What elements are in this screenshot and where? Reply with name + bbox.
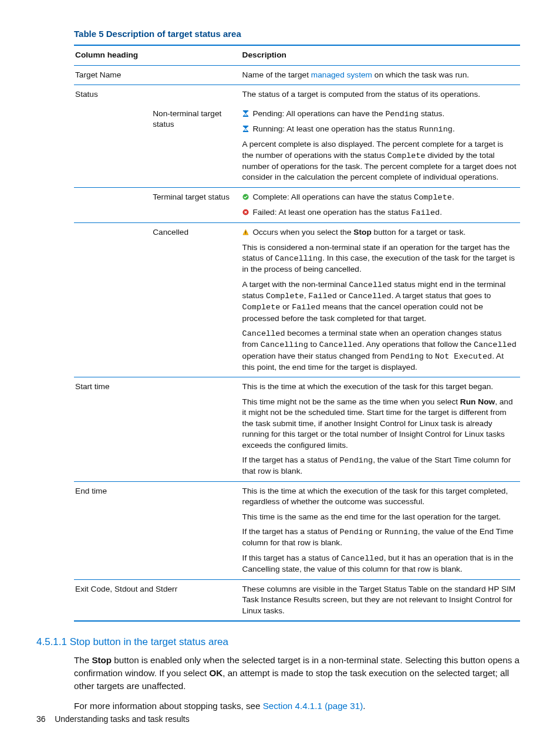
managed-system-link[interactable]: managed system — [311, 70, 372, 79]
body-paragraph: For more information about stopping task… — [74, 700, 524, 713]
row-terminal-desc: Complete: All operations can have the st… — [241, 187, 520, 222]
row-endtime-label: End time — [74, 481, 241, 579]
failed-icon — [242, 209, 249, 215]
table-header-row: Column heading Description — [74, 45, 520, 65]
row-nonterminal-label: Non-terminal target status — [151, 104, 241, 188]
pending-icon — [242, 110, 249, 117]
row-starttime-desc: This is the time at which the execution … — [241, 377, 520, 482]
table-row: Status The status of a target is compute… — [74, 85, 520, 104]
row-terminal-label: Terminal target status — [151, 187, 241, 222]
table-row: End time This is the time at which the e… — [74, 481, 520, 579]
section-link[interactable]: Section 4.4.1.1 (page 31) — [263, 701, 363, 711]
row-status-label: Status — [74, 85, 241, 104]
header-column-heading: Column heading — [74, 45, 241, 65]
table-row: Cancelled Occurs when you select the Sto… — [74, 223, 520, 377]
section-heading: 4.5.1.1 Stop button in the target status… — [36, 636, 524, 649]
complete-icon — [242, 194, 249, 200]
header-description: Description — [241, 45, 520, 65]
row-exitcode-label: Exit Code, Stdout and Stderr — [74, 579, 241, 621]
table-row: Start time This is the time at which the… — [74, 377, 520, 482]
warning-icon — [242, 229, 249, 235]
table-row: Exit Code, Stdout and Stderr These colum… — [74, 579, 520, 621]
chapter-title: Understanding tasks and task results — [55, 714, 190, 724]
body-paragraph: The Stop button is enabled only when the… — [74, 654, 524, 693]
table-row: Terminal target status Complete: All ope… — [74, 187, 520, 222]
row-exitcode-desc: These columns are visible in the Target … — [241, 579, 520, 621]
row-target-name-label: Target Name — [74, 65, 241, 85]
row-status-desc: The status of a target is computed from … — [241, 85, 520, 104]
row-cancelled-desc: Occurs when you select the Stop button f… — [241, 223, 520, 377]
page-footer: 36 Understanding tasks and task results — [36, 714, 190, 725]
target-status-table: Column heading Description Target Name N… — [74, 45, 520, 622]
row-endtime-desc: This is the time at which the execution … — [241, 481, 520, 579]
running-icon — [242, 126, 249, 132]
table-row: Target Name Name of the target managed s… — [74, 65, 520, 85]
page-number: 36 — [36, 714, 46, 724]
row-starttime-label: Start time — [74, 377, 241, 482]
row-target-name-desc: Name of the target managed system on whi… — [241, 65, 520, 85]
row-cancelled-label: Cancelled — [151, 223, 241, 377]
table-row: Non-terminal target status Pending: All … — [74, 104, 520, 188]
row-nonterminal-desc: Pending: All operations can have the Pen… — [241, 104, 520, 188]
table-title: Table 5 Description of target status are… — [74, 28, 524, 40]
